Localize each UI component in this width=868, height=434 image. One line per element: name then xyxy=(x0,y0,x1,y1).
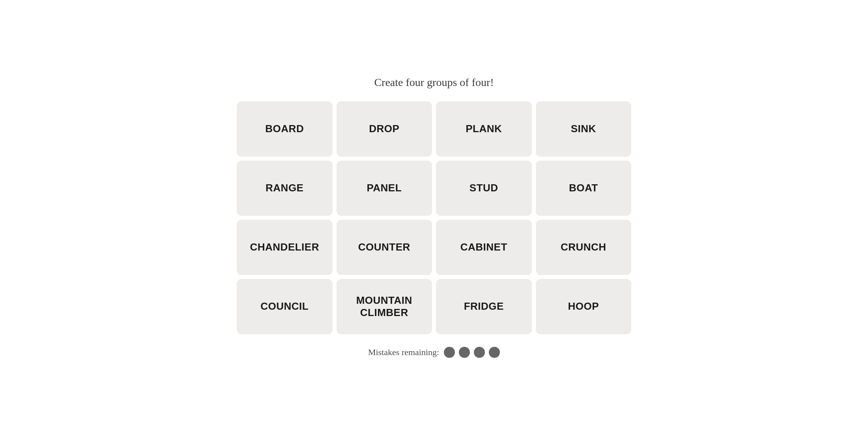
word-card-plank[interactable]: PLANK xyxy=(436,101,532,157)
word-grid: BOARDDROPPLANKSINKRANGEPANELSTUDBOATCHAN… xyxy=(237,101,631,334)
word-card-drop[interactable]: DROP xyxy=(337,101,432,157)
word-label-range: RANGE xyxy=(266,182,303,194)
word-card-hoop[interactable]: HOOP xyxy=(536,279,632,334)
word-label-council: COUNCIL xyxy=(260,300,309,312)
word-label-stud: STUD xyxy=(470,182,498,194)
word-label-mountain-climber: MOUNTAIN CLIMBER xyxy=(343,294,426,319)
mistake-dot-3 xyxy=(474,347,485,358)
word-label-boat: BOAT xyxy=(569,182,598,194)
word-label-board: BOARD xyxy=(265,123,304,135)
word-label-crunch: CRUNCH xyxy=(561,241,606,253)
word-card-panel[interactable]: PANEL xyxy=(337,161,432,216)
mistake-dot-2 xyxy=(459,347,470,358)
word-label-fridge: FRIDGE xyxy=(464,300,504,312)
word-label-sink: SINK xyxy=(571,123,596,135)
game-container: Create four groups of four! BOARDDROPPLA… xyxy=(237,76,631,358)
word-label-plank: PLANK xyxy=(466,123,502,135)
word-label-cabinet: CABINET xyxy=(460,241,507,253)
word-card-boat[interactable]: BOAT xyxy=(536,161,632,216)
mistakes-section: Mistakes remaining: xyxy=(368,347,500,358)
word-card-chandelier[interactable]: CHANDELIER xyxy=(237,220,333,275)
word-card-crunch[interactable]: CRUNCH xyxy=(536,220,632,275)
word-label-counter: COUNTER xyxy=(358,241,410,253)
word-label-drop: DROP xyxy=(369,123,399,135)
word-label-panel: PANEL xyxy=(367,182,402,194)
mistake-dot-1 xyxy=(444,347,455,358)
mistakes-dots xyxy=(444,347,500,358)
word-card-mountain-climber[interactable]: MOUNTAIN CLIMBER xyxy=(337,279,432,334)
page-subtitle: Create four groups of four! xyxy=(374,76,494,89)
mistakes-label: Mistakes remaining: xyxy=(368,347,439,357)
word-card-counter[interactable]: COUNTER xyxy=(337,220,432,275)
word-card-cabinet[interactable]: CABINET xyxy=(436,220,532,275)
word-label-hoop: HOOP xyxy=(568,300,599,312)
word-card-fridge[interactable]: FRIDGE xyxy=(436,279,532,334)
word-card-board[interactable]: BOARD xyxy=(237,101,333,157)
word-card-stud[interactable]: STUD xyxy=(436,161,532,216)
mistake-dot-4 xyxy=(489,347,500,358)
word-card-sink[interactable]: SINK xyxy=(536,101,632,157)
word-card-council[interactable]: COUNCIL xyxy=(237,279,333,334)
word-card-range[interactable]: RANGE xyxy=(237,161,333,216)
word-label-chandelier: CHANDELIER xyxy=(250,241,319,253)
